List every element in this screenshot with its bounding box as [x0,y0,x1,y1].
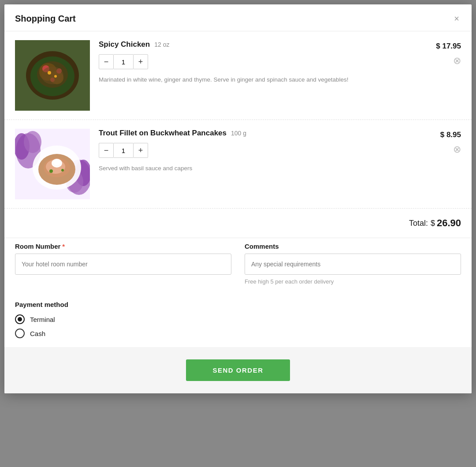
radio-cash[interactable] [15,329,25,338]
comments-input[interactable] [245,254,461,275]
item-name: Spicy Chicken [99,40,150,49]
item-price-column: $ 17.95 ⊗ [417,40,461,67]
shopping-cart-modal: Shopping Cart × [4,4,472,393]
close-button[interactable]: × [452,12,461,25]
item-name: Trout Fillet on Buckwheat Pancakes [99,129,227,138]
payment-option-label: Cash [30,330,45,337]
quantity-control-2: − 1 + [99,143,408,158]
increase-quantity-button[interactable]: + [133,54,148,69]
svg-point-11 [54,75,57,78]
item-price-column: $ 8.95 ⊗ [417,129,461,155]
comments-hint: Free high 5 per each order delivery [245,278,461,285]
item-details-spicy-chicken: Spicy Chicken 12 oz − 1 + Marinated in w… [90,40,417,84]
remove-item-button[interactable]: ⊗ [453,144,461,155]
form-row-inputs: Room Number* Comments Free high 5 per ea… [15,243,461,285]
payment-option-terminal[interactable]: Terminal [15,314,461,324]
table-row: Spicy Chicken 12 oz − 1 + Marinated in w… [4,31,472,120]
required-indicator: * [62,243,65,250]
svg-point-25 [49,169,53,173]
item-details-trout: Trout Fillet on Buckwheat Pancakes 100 g… [90,129,417,173]
quantity-value: 1 [114,143,133,158]
room-number-label: Room Number* [15,243,231,250]
cart-items-list: Spicy Chicken 12 oz − 1 + Marinated in w… [4,31,472,209]
modal-title: Shopping Cart [15,14,76,24]
item-description: Marinated in white wine, ginger and thym… [99,75,408,84]
room-number-group: Room Number* [15,243,231,285]
item-image-trout-fillet [15,129,90,199]
room-number-input[interactable] [15,254,231,275]
payment-options: Terminal Cash [15,314,461,338]
table-row: Trout Fillet on Buckwheat Pancakes 100 g… [4,120,472,209]
send-order-button[interactable]: SEND ORDER [186,359,290,381]
svg-point-9 [41,67,63,84]
svg-point-15 [24,131,41,153]
quantity-value: 1 [114,54,133,69]
total-amount: 26.90 [437,217,461,229]
quantity-control-1: − 1 + [99,54,408,69]
svg-point-26 [61,169,64,172]
svg-point-10 [48,71,51,75]
payment-option-label: Terminal [30,316,55,323]
comments-group: Comments Free high 5 per each order deli… [245,243,461,285]
item-size: 12 oz [154,41,169,48]
item-description: Served with basil sauce and capers [99,164,408,173]
decrease-quantity-button[interactable]: − [99,143,114,158]
decrease-quantity-button[interactable]: − [99,54,114,69]
payment-section: Payment method Terminal Cash [4,301,472,347]
radio-terminal[interactable] [15,314,25,324]
modal-header: Shopping Cart × [4,4,472,31]
increase-quantity-button[interactable]: + [133,143,148,158]
total-row: Total: $ 26.90 [4,209,472,238]
total-label: Total: [409,219,428,228]
item-price: $ 8.95 [440,131,461,139]
item-price: $ 17.95 [436,42,461,51]
svg-point-24 [53,159,60,165]
item-image-spicy-chicken [15,40,90,111]
order-form: Room Number* Comments Free high 5 per ea… [4,238,472,301]
item-size: 100 g [231,130,246,137]
send-order-section: SEND ORDER [4,347,472,393]
total-currency: $ [431,219,435,228]
payment-label: Payment method [15,301,461,308]
remove-item-button[interactable]: ⊗ [453,55,461,67]
comments-label: Comments [245,243,461,250]
payment-option-cash[interactable]: Cash [15,329,461,338]
